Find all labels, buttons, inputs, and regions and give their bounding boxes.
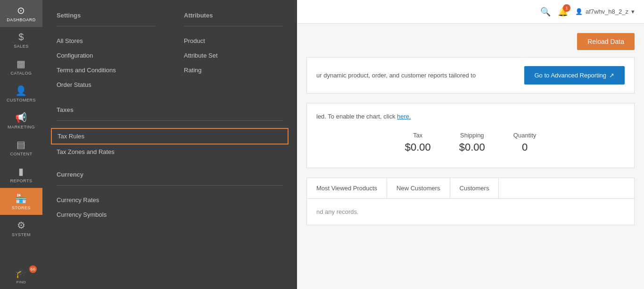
dropdown-item-currency-rates[interactable]: Currency Rates [57, 193, 283, 207]
sidebar-item-content[interactable]: ▤ CONTENT [0, 134, 42, 161]
dashboard-icon: ⊙ [17, 5, 25, 16]
advanced-reporting-text: ur dynamic product, order, and customer … [316, 72, 515, 79]
dropdown-item-order-status[interactable]: Order Status [57, 77, 156, 92]
settings-column: Settings All Stores Configuration Terms … [57, 9, 156, 92]
chart-section: led. To enable the chart, click here. Ta… [306, 103, 635, 168]
tab-content: nd any records. [307, 199, 634, 225]
stores-dropdown-menu: Settings All Stores Configuration Terms … [42, 0, 297, 289]
advanced-reporting-box: ur dynamic product, order, and customer … [306, 57, 635, 94]
tab-customers[interactable]: Customers [450, 178, 499, 198]
notification-badge: 1 [563, 4, 570, 12]
metric-tax-value: $0.00 [405, 141, 431, 153]
find-badge: 66 [29, 265, 37, 273]
sidebar-item-customers[interactable]: 👤 CUSTOMERS [0, 80, 42, 107]
metrics-row: Tax $0.00 Shipping $0.00 Quantity 0 [316, 127, 625, 158]
reload-row: Reload Data [306, 33, 635, 50]
attributes-column: Attributes Product Attribute Set Rating [184, 9, 283, 92]
find-icon: 🎓 [15, 267, 27, 279]
advanced-reporting-button[interactable]: Go to Advanced Reporting ↗ [524, 66, 625, 85]
search-icon[interactable]: 🔍 [540, 7, 551, 17]
settings-title: Settings [57, 12, 156, 19]
metric-quantity-label: Quantity [513, 132, 536, 139]
metric-tax: Tax $0.00 [405, 132, 431, 153]
sidebar-item-marketing[interactable]: 📢 MARKETING [0, 107, 42, 134]
catalog-icon: ▦ [17, 58, 26, 69]
tab-most-viewed-products[interactable]: Most Viewed Products [307, 178, 387, 198]
metric-shipping-value: $0.00 [459, 141, 485, 153]
sidebar-item-dashboard[interactable]: ⊙ DASHBOARD [0, 0, 42, 27]
sidebar-item-find[interactable]: 🎓 FIND 66 [0, 263, 42, 289]
currency-title: Currency [57, 171, 283, 178]
dropdown-item-tax-zones[interactable]: Tax Zones and Rates [57, 144, 283, 159]
sidebar-item-reports[interactable]: ▮ REPORTS [0, 161, 42, 188]
system-icon: ⚙ [17, 220, 26, 231]
user-name: af7whv_h8_2_z [586, 8, 628, 15]
sidebar-item-system[interactable]: ⚙ SYSTEM [0, 215, 42, 242]
content-icon: ▤ [17, 139, 26, 150]
dropdown-item-all-stores[interactable]: All Stores [57, 34, 156, 48]
stores-icon: 🏪 [15, 193, 27, 204]
main-content: 🔍 🔔 1 👤 af7whv_h8_2_z ▾ Reload Data ur d… [297, 0, 644, 289]
user-menu[interactable]: 👤 af7whv_h8_2_z ▾ [575, 8, 635, 15]
taxes-section: Taxes Tax Rules Tax Zones and Rates [57, 106, 283, 159]
dropdown-item-attribute-set[interactable]: Attribute Set [184, 48, 283, 63]
sidebar: ⊙ DASHBOARD $ SALES ▦ CATALOG 👤 CUSTOMER… [0, 0, 42, 289]
external-link-icon: ↗ [609, 72, 614, 79]
tabs-header: Most Viewed Products New Customers Custo… [307, 178, 634, 199]
dropdown-item-rating[interactable]: Rating [184, 63, 283, 77]
dropdown-item-product[interactable]: Product [184, 34, 283, 48]
tabs-section: Most Viewed Products New Customers Custo… [306, 178, 635, 225]
sidebar-item-sales[interactable]: $ SALES [0, 27, 42, 53]
sales-icon: $ [18, 32, 24, 42]
metric-shipping: Shipping $0.00 [459, 132, 485, 153]
chevron-down-icon: ▾ [631, 8, 635, 15]
metric-quantity-value: 0 [513, 141, 536, 153]
sidebar-item-catalog[interactable]: ▦ CATALOG [0, 53, 42, 80]
metric-quantity: Quantity 0 [513, 132, 536, 153]
dropdown-item-currency-symbols[interactable]: Currency Symbols [57, 207, 283, 222]
currency-section: Currency Currency Rates Currency Symbols [57, 171, 283, 222]
customers-icon: 👤 [15, 85, 27, 96]
dropdown-item-configuration[interactable]: Configuration [57, 48, 156, 63]
dropdown-item-tax-rules[interactable]: Tax Rules [51, 128, 289, 144]
dropdown-item-terms[interactable]: Terms and Conditions [57, 63, 156, 77]
chart-notice: led. To enable the chart, click here. [316, 113, 625, 120]
top-bar: 🔍 🔔 1 👤 af7whv_h8_2_z ▾ [297, 0, 644, 24]
reports-icon: ▮ [18, 166, 24, 177]
reload-data-button[interactable]: Reload Data [577, 33, 635, 50]
taxes-title: Taxes [57, 106, 283, 113]
metric-tax-label: Tax [405, 132, 431, 139]
metric-shipping-label: Shipping [459, 132, 485, 139]
dashboard-body: Reload Data ur dynamic product, order, a… [297, 24, 644, 235]
attributes-title: Attributes [184, 12, 283, 19]
sidebar-item-stores[interactable]: 🏪 STORES [0, 188, 42, 215]
user-avatar-icon: 👤 [575, 8, 583, 15]
tab-new-customers[interactable]: New Customers [387, 178, 450, 198]
notifications-wrapper[interactable]: 🔔 1 [558, 7, 568, 17]
chart-enable-link[interactable]: here. [397, 113, 411, 120]
marketing-icon: 📢 [15, 112, 27, 123]
